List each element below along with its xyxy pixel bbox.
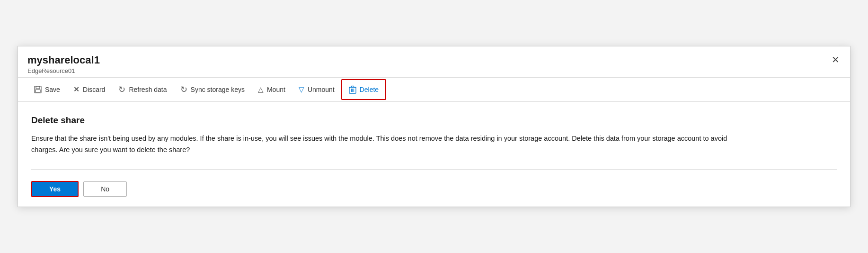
unmount-button[interactable]: ▽ Unmount: [292, 79, 341, 100]
mount-button[interactable]: △ Mount: [251, 79, 292, 100]
refresh-button[interactable]: ↻ Refresh data: [112, 79, 173, 100]
svg-rect-1: [36, 86, 40, 89]
refresh-icon: ↻: [118, 84, 125, 95]
delete-label: Delete: [360, 86, 379, 93]
sync-button[interactable]: ↻ Sync storage keys: [174, 79, 251, 100]
close-button[interactable]: ✕: [829, 53, 842, 66]
dialog-body: Delete share Ensure that the share isn't…: [18, 102, 850, 207]
discard-label: Discard: [83, 86, 105, 93]
mount-icon: △: [258, 85, 264, 94]
refresh-label: Refresh data: [129, 86, 167, 93]
toolbar: Save ✕ Discard ↻ Refresh data ↻ Sync sto…: [18, 77, 850, 102]
section-title: Delete share: [31, 115, 837, 126]
unmount-icon: ▽: [299, 85, 304, 94]
save-icon: [34, 86, 42, 93]
delete-button[interactable]: Delete: [341, 79, 386, 100]
dialog-subtitle: EdgeResource01: [27, 67, 841, 74]
divider: [31, 169, 837, 170]
dialog: mysharelocal1 EdgeResource01 ✕ Save ✕ Di…: [18, 46, 850, 207]
no-button[interactable]: No: [83, 181, 127, 197]
section-text: Ensure that the share isn't being used b…: [31, 133, 741, 156]
discard-button[interactable]: ✕ Discard: [67, 79, 112, 100]
discard-icon: ✕: [73, 85, 80, 94]
save-label: Save: [45, 86, 60, 93]
save-button[interactable]: Save: [27, 79, 67, 100]
dialog-header: mysharelocal1 EdgeResource01 ✕: [18, 46, 850, 77]
dialog-title: mysharelocal1: [27, 54, 841, 66]
svg-rect-2: [35, 90, 40, 92]
close-icon: ✕: [832, 54, 840, 65]
sync-label: Sync storage keys: [191, 86, 245, 93]
mount-label: Mount: [267, 86, 285, 93]
delete-icon: [349, 85, 356, 94]
sync-icon: ↻: [180, 84, 187, 95]
action-row: Yes No: [31, 181, 837, 197]
yes-button[interactable]: Yes: [31, 181, 79, 197]
unmount-label: Unmount: [308, 86, 335, 93]
